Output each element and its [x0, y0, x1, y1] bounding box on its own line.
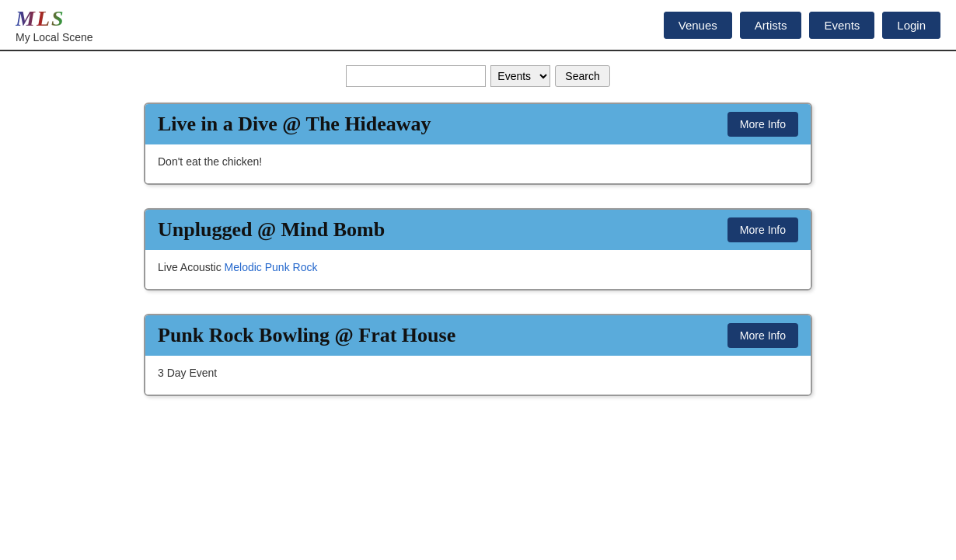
- more-info-button[interactable]: More Info: [727, 217, 798, 242]
- event-title: Unplugged @ Mind Bomb: [158, 218, 385, 242]
- venues-button[interactable]: Venues: [664, 12, 732, 39]
- event-title: Live in a Dive @ The Hideaway: [158, 113, 431, 136]
- login-button[interactable]: Login: [882, 12, 940, 39]
- artists-button[interactable]: Artists: [740, 12, 802, 39]
- event-description-highlight: Melodic Punk Rock: [225, 261, 318, 273]
- top-bar: MLS My Local Scene Venues Artists Events…: [0, 0, 956, 51]
- event-card: Punk Rock Bowling @ Frat House More Info…: [144, 314, 812, 396]
- event-card: Live in a Dive @ The Hideaway More Info …: [144, 103, 812, 185]
- event-header: Live in a Dive @ The Hideaway More Info: [145, 104, 811, 144]
- event-description: 3 Day Event: [158, 367, 217, 379]
- events-list: Live in a Dive @ The Hideaway More Info …: [128, 103, 828, 396]
- logo-area: MLS My Local Scene: [16, 6, 93, 43]
- nav-buttons: Venues Artists Events Login: [664, 12, 940, 39]
- logo-subtitle: My Local Scene: [16, 31, 93, 43]
- event-description: Don't eat the chicken!: [158, 155, 262, 168]
- event-body: Don't eat the chicken!: [145, 144, 811, 183]
- event-body: 3 Day Event: [145, 356, 811, 395]
- search-button[interactable]: Search: [555, 65, 609, 87]
- search-input[interactable]: [346, 65, 486, 87]
- event-body: Live Acoustic Melodic Punk Rock: [145, 250, 811, 289]
- event-card: Unplugged @ Mind Bomb More Info Live Aco…: [144, 208, 812, 290]
- event-title: Punk Rock Bowling @ Frat House: [158, 324, 455, 347]
- more-info-button[interactable]: More Info: [727, 323, 798, 348]
- search-type-select[interactable]: Events Venues Artists: [490, 65, 550, 87]
- search-bar: Events Venues Artists Search: [0, 51, 956, 95]
- event-description-plain: Live Acoustic: [158, 261, 225, 273]
- event-header: Punk Rock Bowling @ Frat House More Info: [145, 315, 811, 356]
- more-info-button[interactable]: More Info: [727, 112, 798, 137]
- event-header: Unplugged @ Mind Bomb More Info: [145, 210, 811, 250]
- events-button[interactable]: Events: [809, 12, 874, 39]
- logo-text: MLS: [16, 6, 65, 31]
